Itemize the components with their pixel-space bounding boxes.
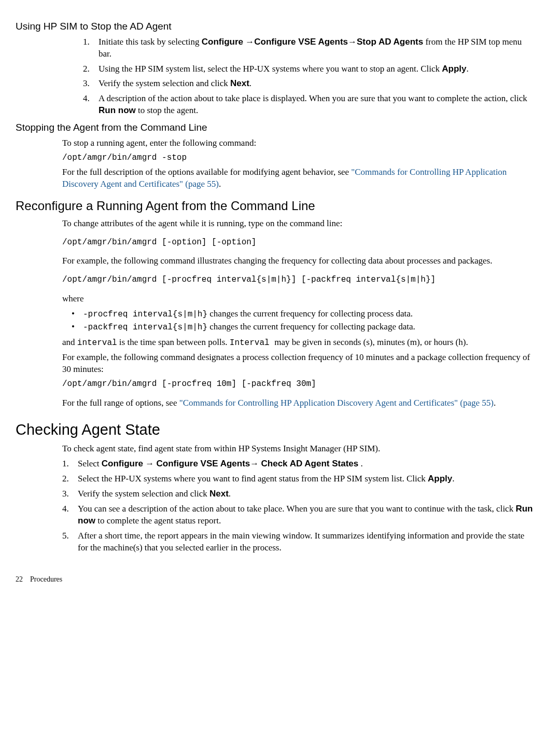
page-number: 22 <box>16 575 23 583</box>
list-text: A description of the action about to tak… <box>99 93 534 117</box>
list-item: 4. You can see a description of the acti… <box>62 503 534 527</box>
list-text: Verify the system selection and click Ne… <box>78 488 231 500</box>
ordered-list-check-state: 1. Select Configure → Configure VSE Agen… <box>62 458 534 554</box>
list-item: 4. A description of the action about to … <box>83 93 534 117</box>
list-number: 4. <box>62 503 78 527</box>
list-number: 1. <box>83 36 99 60</box>
list-number: 3. <box>62 488 78 500</box>
paragraph: For the full description of the options … <box>62 167 534 190</box>
list-text: After a short time, the report appears i… <box>78 530 534 554</box>
paragraph: To change attributes of the agent while … <box>62 218 534 230</box>
paragraph: For the full range of options, see "Comm… <box>62 397 534 409</box>
list-number: 4. <box>83 93 99 117</box>
bullet-icon: • <box>72 308 83 321</box>
command-text: /opt/amgr/bin/amgrd [-procfreq 10m] [-pa… <box>62 379 534 390</box>
ordered-list-sim-stop: 1. Initiate this task by selecting Confi… <box>83 36 534 117</box>
command-text: /opt/amgr/bin/amgrd [-procfreq interval{… <box>62 274 534 286</box>
list-item: 3. Verify the system selection and click… <box>83 78 534 90</box>
list-item: 1. Select Configure → Configure VSE Agen… <box>62 458 534 470</box>
list-text: -packfreq interval{s|m|h} changes the cu… <box>83 321 415 334</box>
paragraph: For example, the following command desig… <box>62 352 534 376</box>
bullet-icon: • <box>72 321 83 334</box>
paragraph: For example, the following command illus… <box>62 255 534 267</box>
list-number: 3. <box>83 78 99 90</box>
list-item: 2. Using the HP SIM system list, select … <box>83 63 534 75</box>
list-item: • -packfreq interval{s|m|h} changes the … <box>72 321 534 334</box>
list-number: 2. <box>62 473 78 485</box>
list-text: Using the HP SIM system list, select the… <box>99 63 469 75</box>
heading-sim-stop: Using HP SIM to Stop the AD Agent <box>16 20 534 33</box>
footer-label: Procedures <box>30 575 62 583</box>
list-item: 1. Initiate this task by selecting Confi… <box>83 36 534 60</box>
paragraph: To stop a running agent, enter the follo… <box>62 137 534 149</box>
list-item: • -procfreq interval{s|m|h} changes the … <box>72 308 534 321</box>
command-text: /opt/amgr/bin/amgrd -stop <box>62 153 534 164</box>
list-text: -procfreq interval{s|m|h} changes the cu… <box>83 308 413 321</box>
list-text: Initiate this task by selecting Configur… <box>99 36 534 60</box>
list-item: 2. Select the HP-UX systems where you wa… <box>62 473 534 485</box>
list-item: 5. After a short time, the report appear… <box>62 530 534 554</box>
list-number: 2. <box>83 63 99 75</box>
paragraph: To check agent state, find agent state f… <box>62 443 534 455</box>
bullet-list: • -procfreq interval{s|m|h} changes the … <box>72 308 534 334</box>
list-item: 3. Verify the system selection and click… <box>62 488 534 500</box>
paragraph: and interval is the time span between po… <box>62 337 534 349</box>
list-text: Verify the system selection and click Ne… <box>99 78 251 90</box>
heading-reconfigure: Reconfigure a Running Agent from the Com… <box>16 198 534 214</box>
list-text: Select the HP-UX systems where you want … <box>78 473 455 485</box>
heading-checking-state: Checking Agent State <box>16 420 534 440</box>
list-text: You can see a description of the action … <box>78 503 534 527</box>
list-number: 1. <box>62 458 78 470</box>
list-number: 5. <box>62 530 78 554</box>
heading-cmd-stop: Stopping the Agent from the Command Line <box>16 121 534 134</box>
page-footer: 22Procedures <box>16 575 534 585</box>
paragraph: where <box>62 293 534 305</box>
list-text: Select Configure → Configure VSE Agents→… <box>78 458 363 470</box>
command-text: /opt/amgr/bin/amgrd [-option] [-option] <box>62 237 534 248</box>
cross-reference-link[interactable]: "Commands for Controlling HP Application… <box>179 398 494 408</box>
